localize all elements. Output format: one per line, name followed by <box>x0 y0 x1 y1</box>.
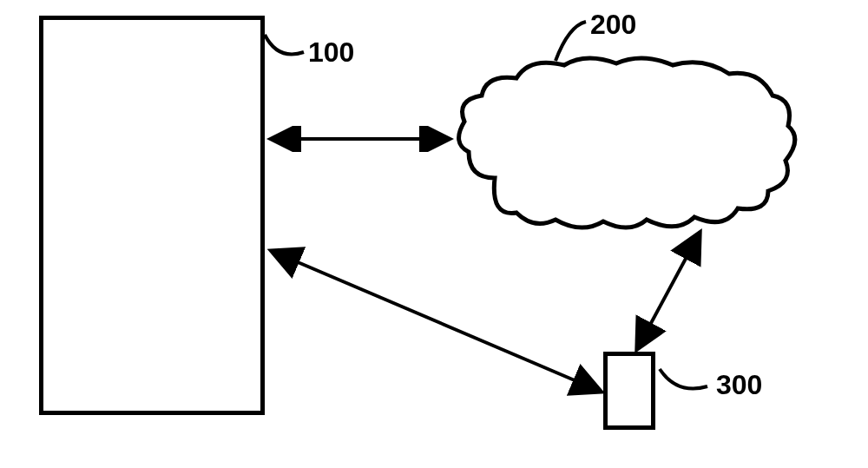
leader-line-100 <box>260 30 312 65</box>
leader-line-200 <box>542 17 595 65</box>
label-node1: 100 <box>308 36 354 69</box>
node-rectangle-small <box>603 352 655 430</box>
svg-line-2 <box>638 234 699 347</box>
system-diagram: 100 200 300 <box>0 0 868 468</box>
leader-line-300 <box>655 365 716 395</box>
label-node2: 200 <box>590 9 636 41</box>
arrow-node2-node3 <box>625 226 712 356</box>
node-rectangle-large <box>39 16 265 415</box>
arrow-node1-node2 <box>265 126 456 152</box>
label-node3: 300 <box>716 369 762 401</box>
arrow-node1-node3 <box>265 243 608 399</box>
svg-line-1 <box>273 252 599 391</box>
node-cloud <box>443 48 807 239</box>
